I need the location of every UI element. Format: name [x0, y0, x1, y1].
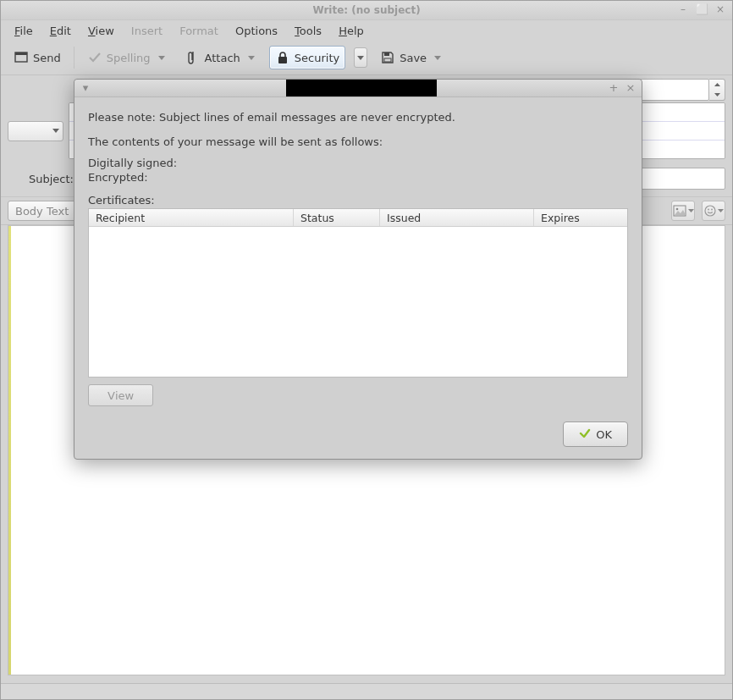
menu-view[interactable]: View [80, 22, 123, 40]
lock-icon [275, 50, 290, 65]
certificates-label: Certificates: [88, 194, 628, 207]
view-certificate-button: View [88, 384, 153, 406]
save-icon [380, 50, 395, 65]
attach-button[interactable]: Attach [179, 44, 262, 71]
toolbar: Send Spelling Attach Security [1, 41, 732, 75]
menu-format: Format [171, 22, 227, 40]
spelling-dropdown-icon[interactable] [157, 48, 167, 67]
send-button[interactable]: Send [8, 46, 67, 69]
col-status[interactable]: Status [294, 209, 380, 226]
col-issued[interactable]: Issued [380, 209, 534, 226]
maximize-button[interactable]: ⬜ [695, 3, 708, 16]
ok-check-icon [579, 427, 591, 442]
certificates-table[interactable]: Recipient Status Issued Expires [88, 208, 628, 378]
dialog-close-button[interactable]: × [625, 81, 637, 93]
toolbar-separator [74, 47, 74, 69]
menu-options[interactable]: Options [227, 22, 286, 40]
close-button[interactable]: × [714, 3, 727, 16]
dialog-menu-icon[interactable]: ▾ [80, 81, 91, 93]
svg-point-6 [675, 208, 678, 211]
security-dropdown-icon[interactable] [354, 47, 367, 68]
paperclip-icon [185, 50, 201, 65]
svg-point-7 [705, 206, 715, 216]
dialog-expand-button[interactable]: + [608, 81, 620, 93]
dialog-body: Please note: Subject lines of email mess… [74, 97, 642, 459]
col-expires[interactable]: Expires [534, 209, 627, 226]
recipient-type-dropdown[interactable] [8, 121, 63, 141]
spelling-button[interactable]: Spelling [81, 44, 173, 71]
signed-text: Digitally signed: [88, 157, 628, 169]
svg-rect-4 [384, 58, 391, 62]
emoji-insert-button[interactable] [702, 201, 725, 221]
dialog-titlebar: ▾ + × [74, 80, 642, 97]
check-icon [87, 50, 102, 65]
titlebar: Write: (no subject) – ⬜ × [1, 1, 732, 20]
window-controls: – ⬜ × [676, 3, 727, 16]
svg-rect-2 [278, 57, 287, 63]
svg-rect-3 [384, 52, 389, 56]
col-recipient[interactable]: Recipient [89, 209, 294, 226]
subject-label: Subject: [8, 173, 79, 185]
menubar: File Edit View Insert Format Options Too… [1, 20, 732, 41]
security-button[interactable]: Security [269, 46, 345, 69]
table-header: Recipient Status Issued Expires [89, 209, 627, 227]
window-title: Write: (no subject) [312, 4, 420, 16]
note-text: Please note: Subject lines of email mess… [88, 111, 628, 124]
menu-tools[interactable]: Tools [286, 22, 330, 40]
statusbar [1, 683, 732, 699]
save-button[interactable]: Save [374, 44, 449, 71]
save-dropdown-icon[interactable] [433, 48, 443, 67]
from-spinner[interactable] [709, 79, 725, 101]
encrypted-text: Encrypted: [88, 171, 628, 184]
ok-row: OK [88, 422, 628, 447]
menu-help[interactable]: Help [330, 22, 372, 40]
view-button-row: View [88, 384, 628, 406]
svg-point-9 [711, 209, 713, 211]
format-right-group [671, 201, 725, 221]
svg-rect-1 [15, 52, 27, 55]
editor-margin-strip [8, 226, 11, 675]
ok-button[interactable]: OK [563, 422, 628, 447]
send-icon [14, 50, 29, 65]
dialog-title-redacted [286, 80, 437, 96]
image-insert-button[interactable] [671, 201, 695, 221]
menu-file[interactable]: File [6, 22, 41, 40]
minimize-button[interactable]: – [676, 3, 690, 16]
contents-text: The contents of your message will be sen… [88, 135, 628, 148]
svg-point-8 [708, 209, 709, 211]
security-info-dialog: ▾ + × Please note: Subject lines of emai… [74, 79, 642, 460]
menu-insert: Insert [123, 22, 171, 40]
attach-dropdown-icon[interactable] [246, 48, 256, 67]
compose-window: Write: (no subject) – ⬜ × File Edit View… [0, 0, 733, 700]
menu-edit[interactable]: Edit [41, 22, 80, 40]
